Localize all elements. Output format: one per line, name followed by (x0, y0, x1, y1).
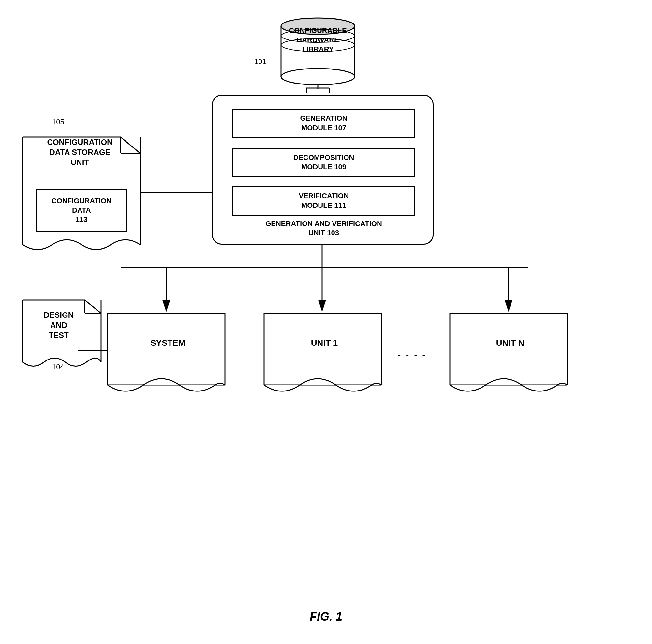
design-test-label: DESIGN AND TEST (20, 310, 98, 341)
design-test-unit: DESIGN AND TEST 104 (20, 284, 111, 379)
config-storage-unit: CONFIGURATION DATA STORAGE UNIT 105 CONF… (20, 118, 147, 261)
ellipsis: - - - - (398, 349, 427, 361)
gen-verify-unit: GENERATION MODULE 107 DECOMPOSITION MODU… (212, 95, 434, 245)
unitn-label: UNIT N (446, 338, 574, 349)
config-data-box: CONFIGURATION DATA 113 (36, 189, 127, 232)
gen-verify-label: GENERATION AND VERIFICATION UNIT 103 (213, 219, 435, 238)
decomposition-module-box: DECOMPOSITION MODULE 109 (233, 148, 415, 177)
unit1-svg (261, 310, 388, 401)
decomposition-module-label: DECOMPOSITION MODULE 109 (293, 153, 354, 172)
unitn-unit: UNIT N (446, 310, 574, 401)
diagram: CONFIGURABLE HARDWARE LIBRARY 101 GENERA… (0, 0, 652, 644)
system-label: SYSTEM (104, 338, 232, 349)
system-unit: SYSTEM (104, 310, 232, 401)
verification-module-box: VERIFICATION MODULE 111 (233, 186, 415, 216)
unitn-svg (446, 310, 574, 401)
verification-module-label: VERIFICATION MODULE 111 (299, 191, 349, 210)
figure-label: FIG. 1 (310, 609, 342, 624)
system-svg (104, 310, 232, 401)
generation-module-label: GENERATION MODULE 107 (300, 114, 347, 132)
unit1-label: UNIT 1 (261, 338, 388, 349)
config-storage-id: 105 (52, 118, 64, 127)
svg-point-18 (281, 69, 355, 85)
library-id: 101 (254, 57, 266, 67)
library-label: CONFIGURABLE HARDWARE LIBRARY (280, 26, 355, 54)
config-storage-label: CONFIGURATION DATA STORAGE UNIT (23, 137, 137, 168)
generation-module-box: GENERATION MODULE 107 (233, 109, 415, 138)
config-data-label: CONFIGURATION DATA 113 (52, 197, 111, 225)
design-test-id: 104 (52, 362, 64, 372)
unit1-unit: UNIT 1 (261, 310, 388, 401)
